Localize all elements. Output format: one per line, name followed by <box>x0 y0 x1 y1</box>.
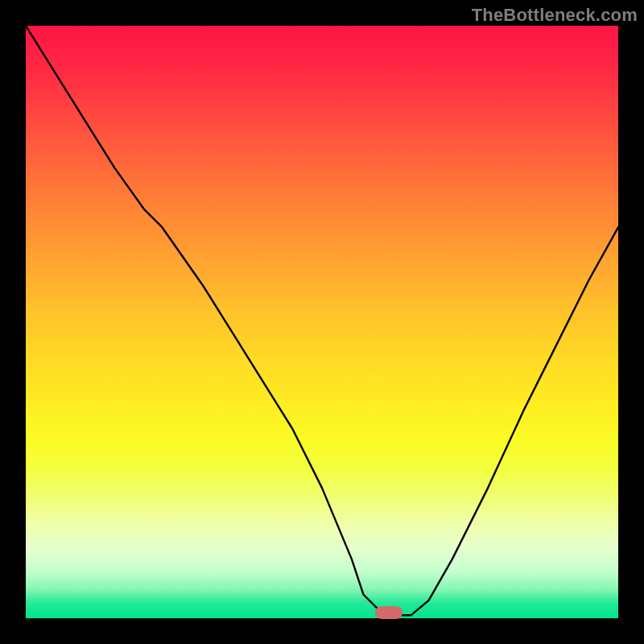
watermark-text: TheBottleneck.com <box>472 5 638 26</box>
plot-area <box>26 26 618 618</box>
chart-container: TheBottleneck.com <box>0 0 644 644</box>
optimal-marker <box>375 606 402 619</box>
bottleneck-curve <box>26 26 618 618</box>
